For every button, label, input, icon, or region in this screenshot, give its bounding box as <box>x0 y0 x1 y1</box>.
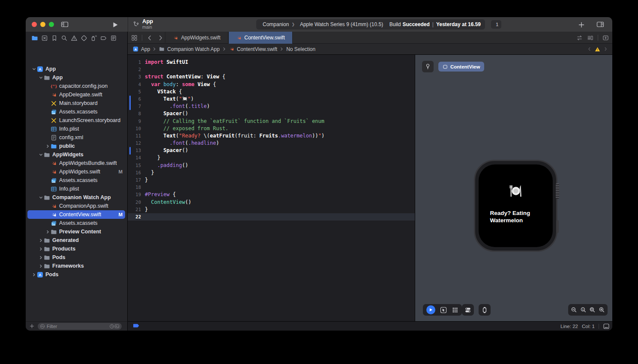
tree-row[interactable]: Assets.xcassets <box>26 219 127 227</box>
back-icon[interactable] <box>147 35 153 41</box>
navigator-tab-bookmarks[interactable] <box>51 35 58 42</box>
watch-screen[interactable]: Ready? Eating Watermelon <box>479 164 553 247</box>
tree-row[interactable]: Pods <box>26 253 127 262</box>
code-line[interactable]: 20 ContentView() <box>128 199 415 206</box>
filter-field[interactable] <box>38 323 122 330</box>
minimize-window-button[interactable] <box>40 22 45 27</box>
destination-name[interactable]: Apple Watch Series 9 (41mm) (10.5) <box>300 21 383 27</box>
activity-view[interactable]: Companion ❯ Apple Watch Series 9 (41mm) … <box>256 19 485 30</box>
breadcrumb-item[interactable]: Companion Watch App <box>159 46 219 52</box>
code-line[interactable]: 4 var body: some View { <box>128 81 415 88</box>
code-line[interactable]: 15 .padding() <box>128 162 415 169</box>
warning-badge[interactable]: 1 <box>491 20 501 29</box>
code-line[interactable]: 17} <box>128 176 415 184</box>
disclosure-closed-icon[interactable] <box>38 239 44 242</box>
preview-selector-chip[interactable]: ContentView <box>438 62 484 72</box>
editor-options-icon[interactable] <box>603 323 610 330</box>
select-cursor-button[interactable] <box>440 307 447 313</box>
tree-row[interactable]: App <box>26 73 127 82</box>
code-line[interactable]: 13 Spacer() <box>128 147 415 154</box>
sidebar-toggle-icon[interactable] <box>61 21 69 28</box>
breadcrumb-item[interactable]: No Selection <box>286 46 315 52</box>
code-line[interactable]: 2 <box>128 66 415 73</box>
navigator-tab-find[interactable] <box>61 35 68 42</box>
live-preview-button[interactable] <box>426 305 435 314</box>
minimap-icon[interactable] <box>587 35 593 41</box>
disclosure-closed-icon[interactable] <box>45 230 51 234</box>
tab-ContentView.swift[interactable]: ContentView.swift <box>228 32 293 44</box>
tree-row[interactable]: LaunchScreen.storyboard <box>26 116 127 125</box>
disclosure-closed-icon[interactable] <box>31 273 37 277</box>
forward-icon[interactable] <box>157 35 164 41</box>
zoom-out-icon[interactable] <box>571 307 577 313</box>
tree-row[interactable]: APods <box>26 270 127 279</box>
warning-triangle-icon[interactable] <box>595 47 600 52</box>
tree-row[interactable]: AppDelegate.swift <box>26 90 127 99</box>
tree-row[interactable]: Assets.xcassets <box>26 107 127 116</box>
tree-row[interactable]: Info.plist <box>26 185 127 193</box>
code-line[interactable]: 9 // Calling the `eatFruit` function and… <box>128 118 415 125</box>
tree-row[interactable]: Info.plist <box>26 125 127 133</box>
zoom-actual-icon[interactable]: 1 <box>580 307 587 313</box>
tree-row[interactable]: ContentView.swiftM <box>26 210 127 219</box>
disclosure-open-icon[interactable] <box>31 67 37 71</box>
tree-row[interactable]: AppWidgetsBundle.swift <box>26 159 127 167</box>
tree-row[interactable]: config.xml <box>26 133 127 142</box>
scheme-name[interactable]: Companion <box>263 21 289 27</box>
code-line[interactable]: 12 .font(.headline) <box>128 140 415 147</box>
prev-issue-icon[interactable] <box>587 47 592 51</box>
zoom-fit-icon[interactable] <box>589 307 596 313</box>
code-line[interactable]: 8 Spacer() <box>128 110 415 117</box>
tree-row[interactable]: public <box>26 142 127 150</box>
variants-grid-button[interactable] <box>452 307 458 313</box>
code-line[interactable]: 1import SwiftUI <box>128 59 415 66</box>
code-line[interactable]: 6 Text("") <box>128 95 415 103</box>
run-button[interactable] <box>111 21 119 28</box>
clock-icon[interactable] <box>109 324 114 329</box>
code-line[interactable]: 21} <box>128 206 415 213</box>
disclosure-open-icon[interactable] <box>38 76 44 80</box>
code-line[interactable]: 10 // exposed from Rust. <box>128 125 415 132</box>
editor-layout-icon[interactable] <box>596 21 604 28</box>
code-line[interactable]: 14 } <box>128 154 415 161</box>
breadcrumb-item[interactable]: ContentView.swift <box>229 46 278 52</box>
source-control-status-icon[interactable] <box>114 324 120 329</box>
tree-row[interactable]: AApp <box>26 65 127 73</box>
zoom-window-button[interactable] <box>49 22 54 27</box>
filter-input[interactable] <box>45 324 109 329</box>
tree-row[interactable]: {"}capacitor.config.json <box>26 82 127 90</box>
add-tab-icon[interactable] <box>578 21 585 28</box>
tree-row[interactable]: CompanionApp.swift <box>26 202 127 210</box>
code-line[interactable]: 19#Preview { <box>128 191 415 198</box>
related-items-icon[interactable] <box>131 35 138 41</box>
breadcrumb-item[interactable]: AApp <box>133 46 150 52</box>
code-line[interactable]: 18 <box>128 184 415 191</box>
navigator-tab-source-control-changes[interactable] <box>41 35 48 42</box>
tree-row[interactable]: Assets.xcassets <box>26 176 127 185</box>
tab-AppWidgets.swift[interactable]: AppWidgets.swift <box>165 32 228 44</box>
navigator-tab-debug[interactable] <box>90 35 97 42</box>
disclosure-closed-icon[interactable] <box>38 264 44 268</box>
filter-menu-icon[interactable] <box>40 324 45 329</box>
tree-row[interactable]: Preview Content <box>26 227 127 236</box>
add-editor-icon[interactable] <box>602 35 609 41</box>
source-editor[interactable]: 1import SwiftUI23struct ContentView: Vie… <box>128 55 415 321</box>
code-line[interactable]: 3struct ContentView: View { <box>128 73 415 81</box>
swap-editors-icon[interactable] <box>576 35 583 41</box>
disclosure-open-icon[interactable] <box>38 153 44 157</box>
disclosure-closed-icon[interactable] <box>38 247 44 251</box>
close-window-button[interactable] <box>32 22 37 27</box>
device-settings-button[interactable] <box>462 304 474 316</box>
navigator-tab-breakpoints[interactable] <box>100 35 107 42</box>
disclosure-open-icon[interactable] <box>38 196 44 200</box>
tree-row[interactable]: Frameworks <box>26 262 127 270</box>
scheme-destination[interactable]: Companion ❯ Apple Watch Series 9 (41mm) … <box>260 19 383 30</box>
pin-preview-button[interactable] <box>422 61 434 72</box>
code-line[interactable]: 7 .font(.title) <box>128 103 415 110</box>
code-line[interactable]: 22 <box>128 213 415 221</box>
add-file-button[interactable] <box>30 324 34 328</box>
navigator-tab-tests[interactable] <box>81 35 87 42</box>
tree-row[interactable]: Products <box>26 245 127 253</box>
tree-row[interactable]: Main.storyboard <box>26 99 127 107</box>
tree-row[interactable]: AppWidgets.swiftM <box>26 167 127 176</box>
